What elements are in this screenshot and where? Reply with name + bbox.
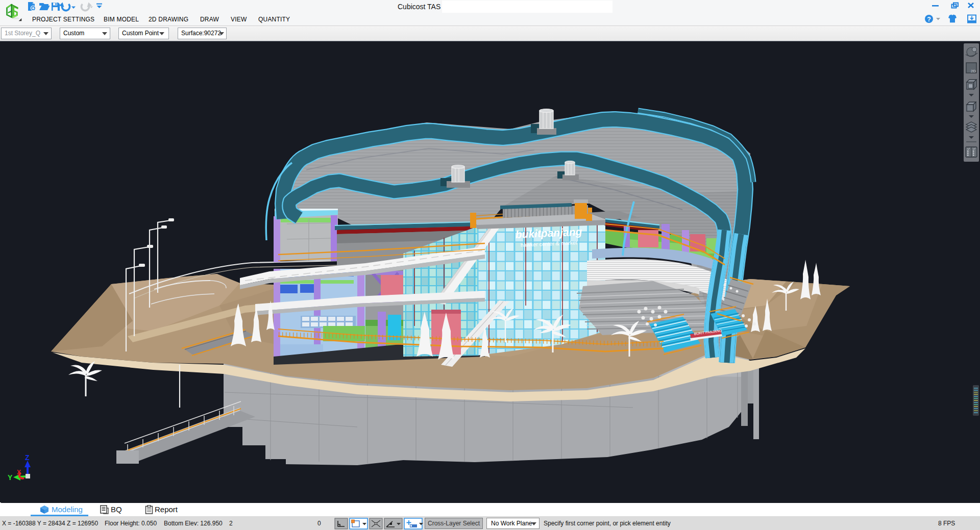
svg-text:?: ?	[927, 16, 931, 23]
svg-text:Y: Y	[8, 473, 13, 482]
svg-text:Z: Z	[25, 453, 30, 462]
svg-text:2D: 2D	[971, 69, 976, 73]
svg-text:X: X	[17, 469, 21, 476]
